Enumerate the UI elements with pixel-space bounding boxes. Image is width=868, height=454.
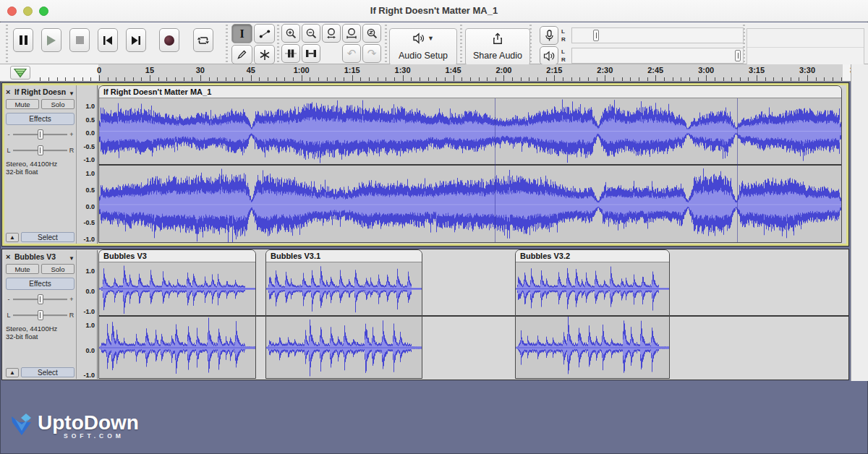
selection-tool-icon: I [239,27,244,40]
selection-tool-button[interactable]: I [231,24,252,43]
playback-meter[interactable] [571,48,744,64]
waveform-canvas[interactable] [516,317,669,379]
track-name[interactable]: If Right Doesn [14,87,67,96]
amplitude-scale-label: -0.5 [83,219,95,226]
clip-title[interactable]: If Right Doesn't Matter MA_1 [99,86,841,98]
ruler-tick [74,77,75,81]
mute-button[interactable]: Mute [6,99,39,109]
ruler-tick [40,77,41,81]
vertical-scrollbar[interactable] [851,64,868,381]
track-1-vertical-scale[interactable]: 1.00.50.0-0.5-1.01.00.50.0-0.5-1.0 [77,85,98,244]
multi-tool-button[interactable] [254,45,275,64]
audio-clip[interactable]: Bubbles V3.1 [265,249,422,379]
skip-to-end-button[interactable] [126,28,146,52]
stop-icon [76,36,84,44]
waveform-canvas[interactable] [99,98,841,164]
record-button[interactable] [159,28,179,52]
amplitude-scale-label: -1.0 [83,308,95,315]
redo-button[interactable]: ↷ [362,44,381,63]
clip-title[interactable]: Bubbles V3 [99,250,255,262]
waveform-canvas[interactable] [266,317,422,379]
clip-split-line[interactable] [495,98,495,243]
trim-audio-button[interactable] [281,44,300,63]
ruler-tick [799,77,799,81]
ruler-tick [141,77,142,81]
toolbar-grip[interactable] [460,25,462,62]
toolbar-grip[interactable] [277,25,279,62]
select-button[interactable]: Select [21,367,75,377]
ruler-tick [259,77,260,81]
track-menu-icon[interactable] [69,250,75,263]
toolbar-grip[interactable] [385,25,387,62]
clip-split-line[interactable] [737,98,738,243]
fit-project-button[interactable] [342,24,361,43]
playback-volume-slider[interactable] [735,50,741,61]
fit-selection-button[interactable] [322,24,341,43]
pan-slider-thumb[interactable] [38,310,43,320]
gain-slider-thumb[interactable] [38,294,43,304]
pause-button[interactable] [13,28,33,52]
timeline-options-button[interactable] [10,66,30,80]
ruler-tick [816,77,817,81]
track-2-vertical-scale[interactable]: 1.00.0-1.01.00.0-1.0 [77,250,98,379]
share-audio-button[interactable]: Share Audio [465,28,530,66]
loop-button[interactable] [193,28,213,52]
pan-slider[interactable]: L R [6,143,75,157]
timeline-ruler[interactable]: 01530451:001:151:301:452:002:152:302:453… [0,64,868,82]
play-button[interactable] [41,28,61,52]
pan-slider[interactable]: L R [6,308,75,322]
waveform-canvas[interactable] [99,166,841,243]
ruler-tick [740,77,741,81]
clip-title[interactable]: Bubbles V3.2 [516,250,669,262]
select-button[interactable]: Select [21,232,75,242]
gain-slider[interactable]: - + [6,127,75,141]
skip-to-start-button[interactable] [98,28,118,52]
silence-audio-button[interactable] [302,44,320,63]
waveform-canvas[interactable] [266,262,422,315]
close-track-icon[interactable] [6,87,13,96]
speaker-icon [543,51,556,61]
solo-button[interactable]: Solo [41,99,75,109]
ruler-tick [571,77,572,81]
ruler-tick [428,77,429,81]
draw-tool-button[interactable] [231,45,252,64]
audio-setup-button[interactable]: ▼ Audio Setup [389,28,457,66]
zoom-toggle-button[interactable] [362,24,381,43]
record-volume-slider[interactable] [593,30,599,41]
close-track-icon[interactable] [6,252,13,261]
undo-button[interactable]: ↶ [342,44,361,63]
waveform-canvas[interactable] [99,317,255,379]
gain-slider[interactable]: - + [6,292,75,306]
envelope-tool-button[interactable] [254,24,275,43]
audio-clip[interactable]: Bubbles V3 [98,249,256,379]
audio-clip[interactable]: If Right Doesn't Matter MA_1 [98,85,842,243]
share-audio-label: Share Audio [473,51,522,61]
zoom-in-button[interactable] [281,24,300,43]
waveform-canvas[interactable] [516,262,669,315]
track-menu-icon[interactable] [69,85,75,98]
ruler-tick [706,75,707,81]
effects-button[interactable]: Effects [6,278,75,290]
collapse-track-icon[interactable]: ▲ [6,368,19,377]
gain-slider-thumb[interactable] [38,129,43,140]
ruler-tick [175,77,176,81]
mute-button[interactable]: Mute [6,264,39,274]
pause-icon [20,35,27,45]
solo-button[interactable]: Solo [41,264,75,274]
record-meter-button[interactable] [540,26,558,45]
collapse-track-icon[interactable]: ▲ [6,233,19,242]
track-name[interactable]: Bubbles V3 [14,252,67,261]
toolbar-grip[interactable] [6,25,8,62]
toolbar-grip[interactable] [226,25,228,62]
ruler-tick [597,77,597,81]
audio-clip[interactable]: Bubbles V3.2 [515,249,670,379]
clip-title[interactable]: Bubbles V3.1 [266,250,422,262]
waveform-canvas[interactable] [99,262,255,315]
zoom-out-button[interactable] [302,24,320,43]
amplitude-scale-label: -0.5 [83,143,95,150]
effects-button[interactable]: Effects [6,113,75,125]
playback-meter-button[interactable] [540,46,558,65]
amplitude-scale-label: -1.0 [83,156,95,163]
stop-button[interactable] [69,28,90,52]
pan-slider-thumb[interactable] [38,145,43,155]
